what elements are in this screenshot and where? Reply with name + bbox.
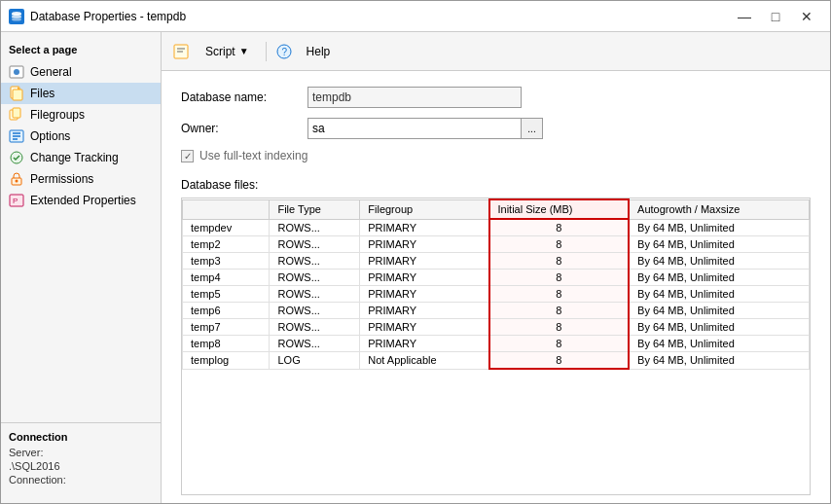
cell-initial-size: 8 xyxy=(489,270,630,286)
minimize-button[interactable]: — xyxy=(729,7,760,26)
db-name-label: Database name: xyxy=(181,90,307,104)
cell-initial-size: 8 xyxy=(489,253,630,270)
cell-autogrowth: By 64 MB, Unlimited xyxy=(629,352,809,370)
sidebar-item-filegroups-label: Filegroups xyxy=(30,108,85,122)
sidebar-item-permissions-label: Permissions xyxy=(30,172,93,186)
cell-file-type: ROWS... xyxy=(270,253,360,270)
server-value: .\SQL2016 xyxy=(9,460,153,472)
table-section: Database files: File Type Filegroup Init… xyxy=(162,178,830,503)
table-row: temp4ROWS...PRIMARY8By 64 MB, Unlimited xyxy=(183,270,810,286)
col-header-logical-name xyxy=(183,199,270,219)
owner-browse-button[interactable]: ... xyxy=(522,118,543,139)
sidebar-item-general[interactable]: General xyxy=(1,61,161,83)
filegroups-icon xyxy=(9,107,24,123)
cell-logical-name: temp5 xyxy=(183,286,270,303)
titlebar: Database Properties - tempdb — □ ✕ xyxy=(1,1,830,32)
connection-section-label: Connection xyxy=(9,431,153,443)
toolbar: Script ▼ ? Help xyxy=(162,32,830,71)
col-header-filegroup: Filegroup xyxy=(360,199,489,219)
window-title: Database Properties - tempdb xyxy=(30,10,729,23)
owner-input[interactable] xyxy=(307,118,522,139)
owner-label: Owner: xyxy=(181,122,307,135)
cell-logical-name: temp2 xyxy=(183,236,270,253)
cell-initial-size: 8 xyxy=(489,236,630,253)
sidebar: Select a page General Files xyxy=(1,32,162,503)
table-row: tempdevROWS...PRIMARY8By 64 MB, Unlimite… xyxy=(183,219,810,236)
table-row: templogLOGNot Applicable8By 64 MB, Unlim… xyxy=(183,352,810,370)
svg-rect-9 xyxy=(13,90,22,100)
cell-filegroup: PRIMARY xyxy=(360,336,489,352)
fulltext-label: Use full-text indexing xyxy=(199,149,307,162)
server-label: Server: xyxy=(9,447,153,458)
cell-file-type: ROWS... xyxy=(270,219,360,236)
sidebar-item-filegroups[interactable]: Filegroups xyxy=(1,104,161,126)
help-button[interactable]: Help xyxy=(298,41,340,62)
svg-point-18 xyxy=(16,180,18,183)
table-row: temp8ROWS...PRIMARY8By 64 MB, Unlimited xyxy=(183,336,810,352)
svg-rect-1 xyxy=(12,14,21,16)
sidebar-item-extended-properties[interactable]: P Extended Properties xyxy=(1,190,161,211)
window-controls: — □ ✕ xyxy=(729,7,822,26)
form-area: Database name: Owner: ... ✓ Use full-tex… xyxy=(162,71,830,178)
maximize-button[interactable]: □ xyxy=(760,7,791,26)
change-tracking-icon xyxy=(9,150,24,165)
cell-filegroup: PRIMARY xyxy=(360,236,489,253)
svg-text:P: P xyxy=(13,197,18,205)
cell-initial-size: 8 xyxy=(489,219,630,236)
sidebar-item-change-tracking-label: Change Tracking xyxy=(30,151,119,164)
main-content: Select a page General Files xyxy=(1,32,830,503)
db-name-row: Database name: xyxy=(181,87,811,108)
cell-logical-name: temp3 xyxy=(183,253,270,270)
cell-file-type: ROWS... xyxy=(270,286,360,303)
svg-point-4 xyxy=(12,18,21,20)
svg-rect-3 xyxy=(12,17,21,18)
cell-autogrowth: By 64 MB, Unlimited xyxy=(629,219,809,236)
table-header-row: File Type Filegroup Initial Size (MB) Au… xyxy=(183,199,810,219)
table-row: temp5ROWS...PRIMARY8By 64 MB, Unlimited xyxy=(183,286,810,303)
svg-point-6 xyxy=(14,69,19,75)
sidebar-item-permissions[interactable]: Permissions xyxy=(1,168,161,190)
cell-autogrowth: By 64 MB, Unlimited xyxy=(629,270,809,286)
table-row: temp7ROWS...PRIMARY8By 64 MB, Unlimited xyxy=(183,319,810,336)
extended-properties-icon: P xyxy=(9,193,24,208)
cell-autogrowth: By 64 MB, Unlimited xyxy=(629,336,809,352)
database-files-table: File Type Filegroup Initial Size (MB) Au… xyxy=(181,198,811,495)
cell-filegroup: PRIMARY xyxy=(360,303,489,319)
table-row: temp6ROWS...PRIMARY8By 64 MB, Unlimited xyxy=(183,303,810,319)
script-dropdown-arrow: ▼ xyxy=(239,46,249,56)
content-area: Script ▼ ? Help Database name: Owner: xyxy=(162,32,830,503)
cell-autogrowth: By 64 MB, Unlimited xyxy=(629,319,809,336)
sidebar-item-change-tracking[interactable]: Change Tracking xyxy=(1,147,161,168)
owner-row: Owner: ... xyxy=(181,118,811,139)
cell-initial-size: 8 xyxy=(489,303,630,319)
fulltext-checkbox[interactable]: ✓ xyxy=(181,150,194,162)
cell-logical-name: temp6 xyxy=(183,303,270,319)
close-button[interactable]: ✕ xyxy=(791,7,822,26)
cell-logical-name: temp8 xyxy=(183,336,270,352)
cell-logical-name: templog xyxy=(183,352,270,370)
help-icon: ? xyxy=(274,44,294,59)
sidebar-item-general-label: General xyxy=(30,65,72,79)
script-button[interactable]: Script ▼ xyxy=(197,41,258,62)
connection-label: Connection: xyxy=(9,474,153,486)
cell-file-type: ROWS... xyxy=(270,303,360,319)
table-section-label: Database files: xyxy=(181,178,811,192)
cell-initial-size: 8 xyxy=(489,286,630,303)
fulltext-row: ✓ Use full-text indexing xyxy=(181,149,811,162)
sidebar-connection: Connection Server: .\SQL2016 Connection: xyxy=(1,422,161,495)
cell-initial-size: 8 xyxy=(489,319,630,336)
sidebar-item-files[interactable]: Files xyxy=(1,83,161,104)
cell-file-type: ROWS... xyxy=(270,336,360,352)
window: Database Properties - tempdb — □ ✕ Selec… xyxy=(0,0,831,504)
toolbar-separator xyxy=(266,42,267,61)
col-header-initial-size: Initial Size (MB) xyxy=(489,199,630,219)
cell-file-type: ROWS... xyxy=(270,236,360,253)
table-row: temp3ROWS...PRIMARY8By 64 MB, Unlimited xyxy=(183,253,810,270)
cell-autogrowth: By 64 MB, Unlimited xyxy=(629,303,809,319)
db-name-input[interactable] xyxy=(307,87,522,108)
col-header-file-type: File Type xyxy=(270,199,360,219)
sidebar-item-options[interactable]: Options xyxy=(1,126,161,147)
svg-text:?: ? xyxy=(281,47,287,57)
cell-initial-size: 8 xyxy=(489,352,630,370)
sidebar-item-extended-properties-label: Extended Properties xyxy=(30,194,136,207)
